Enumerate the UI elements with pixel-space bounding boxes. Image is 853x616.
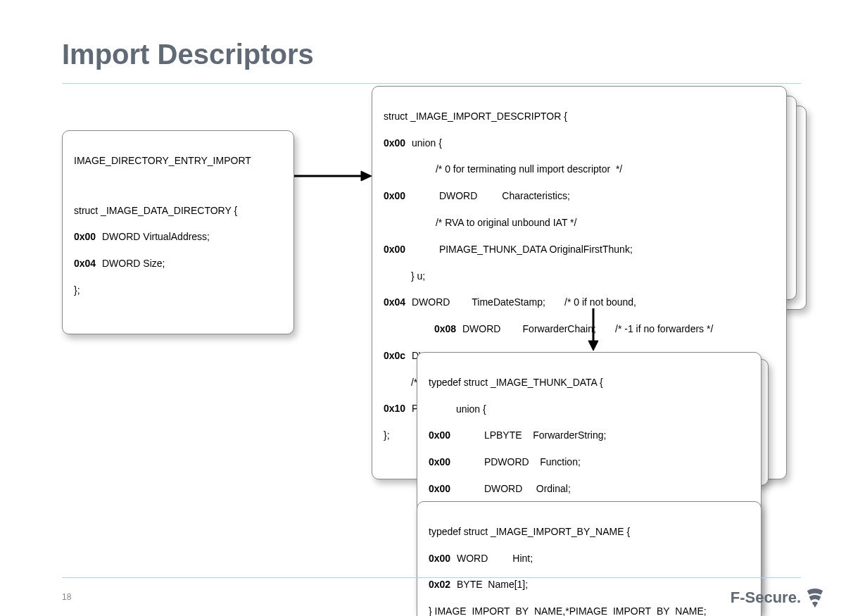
offset: 0x00 [429, 429, 457, 442]
offset: 0x00 [384, 189, 412, 203]
text: BYTE Name[1]; [457, 579, 528, 590]
offset: 0x00 [384, 137, 412, 150]
divider-bottom [62, 577, 801, 578]
offset: 0x08 [434, 322, 462, 336]
text: DWORD TimeDateStamp; /* 0 if not bound, [412, 296, 636, 308]
text: IMAGE_DIRECTORY_ENTRY_IMPORT [74, 154, 282, 168]
text: PDWORD Function; [457, 456, 581, 467]
brand-text: F-Secure. [731, 589, 801, 607]
page-number: 18 [62, 592, 71, 602]
text: typedef struct _IMAGE_IMPORT_BY_NAME { [429, 525, 750, 539]
offset: 0x00 [429, 552, 457, 565]
text: }; [74, 284, 282, 297]
box-image-import-by-name: typedef struct _IMAGE_IMPORT_BY_NAME { 0… [417, 501, 762, 616]
arrow-icon [586, 308, 600, 351]
box-image-import-descriptor: struct _IMAGE_IMPORT_DESCRIPTOR { 0x00un… [372, 86, 787, 290]
text: DWORD Size; [102, 258, 165, 269]
box-image-data-directory: IMAGE_DIRECTORY_ENTRY_IMPORT struct _IMA… [62, 130, 294, 334]
text: DWORD VirtualAddress; [102, 231, 210, 242]
text: /* RVA to original unbound IAT */ [384, 216, 775, 230]
brand-logo: F-Secure. [731, 588, 825, 608]
text: union { [412, 137, 442, 149]
offset: 0x10 [384, 402, 412, 415]
offset: 0x02 [429, 578, 457, 591]
offset: 0x0c [384, 349, 412, 363]
text: struct _IMAGE_IMPORT_DESCRIPTOR { [384, 110, 775, 123]
fsecure-logo-icon [805, 588, 825, 608]
arrow-icon [294, 169, 372, 183]
text: } u; [384, 270, 775, 283]
page-title: Import Descriptors [62, 39, 314, 70]
text: /* 0 for terminating null import descrip… [384, 163, 775, 176]
offset: 0x04 [74, 257, 102, 270]
offset: 0x00 [384, 243, 412, 256]
divider-top [62, 83, 801, 84]
text: PIMAGE_THUNK_DATA OriginalFirstThunk; [412, 244, 633, 255]
text: WORD Hint; [457, 553, 533, 564]
box-image-thunk-data: typedef struct _IMAGE_THUNK_DATA { union… [417, 352, 762, 479]
text: } IMAGE_IMPORT_BY_NAME,*PIMAGE_IMPORT_BY… [429, 605, 750, 616]
text: DWORD Characteristics; [412, 190, 570, 201]
offset: 0x04 [384, 296, 412, 309]
text: typedef struct _IMAGE_THUNK_DATA { [429, 376, 750, 389]
text: struct _IMAGE_DATA_DIRECTORY { [74, 204, 282, 218]
offset: 0x00 [429, 482, 457, 496]
text: union { [429, 403, 750, 416]
offset: 0x00 [74, 230, 102, 244]
slide: Import Descriptors IMAGE_DIRECTORY_ENTRY… [0, 0, 853, 616]
svg-marker-3 [588, 341, 598, 351]
svg-marker-1 [361, 171, 372, 181]
offset: 0x00 [429, 455, 457, 469]
text: LPBYTE ForwarderString; [457, 429, 606, 441]
text: DWORD Ordinal; [457, 483, 571, 494]
